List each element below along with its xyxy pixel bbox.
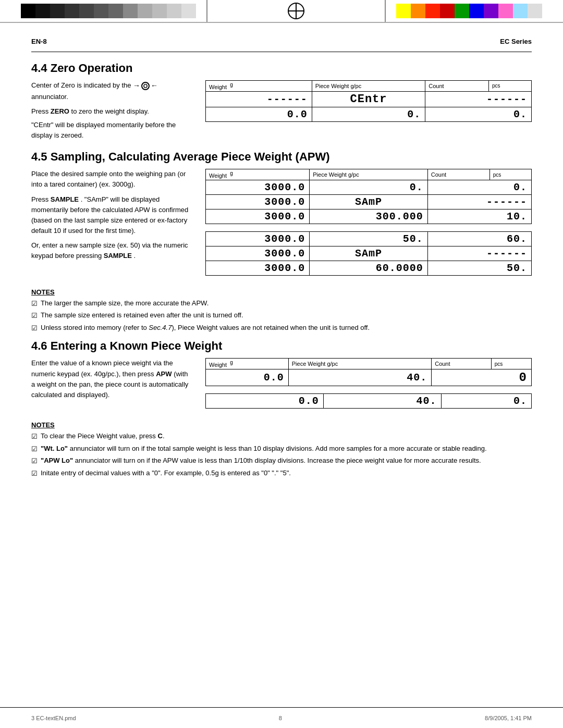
swatch-orange xyxy=(411,4,425,18)
cell-c-45-3: 10. xyxy=(427,209,531,224)
display-table-45: Weight g Piece Weight g/pc Count pcs 300… xyxy=(205,169,532,224)
swatch-1 xyxy=(35,4,50,18)
note-46-3-text: "APW Lo" annunciator will turn on if the… xyxy=(41,455,481,466)
section-45-display: Weight g Piece Weight g/pc Count pcs 300… xyxy=(205,169,532,279)
cell-weight-44-1: ------ xyxy=(206,91,312,107)
footer-center: 8 xyxy=(279,715,282,721)
cell-pw-45-3: 300.000 xyxy=(310,209,428,224)
cell-pw-45-5: SAmP xyxy=(310,246,428,261)
cell-pw-44-1: CEntr xyxy=(312,91,425,107)
zero-bold: ZERO xyxy=(51,107,69,115)
swatch-black xyxy=(21,4,35,18)
th-count-44: Count xyxy=(425,81,489,92)
header-left: EN-8 xyxy=(31,38,47,45)
section-44-text: Center of Zero is indicated by the → O ←… xyxy=(31,80,193,141)
cell-pw-44-2: 0. xyxy=(312,107,425,121)
cell-pw-45-2: SAmP xyxy=(310,194,428,209)
press-zero-text: Press xyxy=(31,107,51,115)
note-46-4-text: Initate entry of decimal values with a "… xyxy=(41,468,291,479)
th-pcs-45: pcs xyxy=(489,169,531,180)
cell-w-45-4: 3000.0 xyxy=(206,231,310,246)
notes-46-list: ☑ To clear the Piece Weight value, press… xyxy=(31,431,532,478)
section-44: 4.4 Zero Operation Center of Zero is ind… xyxy=(31,61,532,141)
notes-45-list: ☑ The larger the sample size, the more a… xyxy=(31,298,532,334)
cell-c-45-4: 60. xyxy=(427,231,531,246)
checkbox-icon-1: ☑ xyxy=(31,299,38,309)
note-45-2-text: The sample size entered is retained even… xyxy=(41,310,243,321)
swatch-8 xyxy=(138,4,152,18)
display-table-46: Weight g Piece Weight g/pc Count pcs 0.0… xyxy=(205,358,532,386)
note-46-2: ☑ "Wt. Lo" annunciator will turn on if t… xyxy=(31,443,532,454)
section-44-title: 4.4 Zero Operation xyxy=(31,61,532,75)
note-45-3: ☑ Unless stored into memory (refer to Se… xyxy=(31,323,532,334)
swatch-yellow xyxy=(396,4,411,18)
section-46-p1: Enter the value of a known piece weight … xyxy=(31,358,193,400)
display-table-46b: 0.0 40. 0. xyxy=(205,393,532,409)
section-46-title: 4.6 Entering a Known Piece Weight xyxy=(31,339,532,353)
swatch-11 xyxy=(181,4,196,18)
swatch-3 xyxy=(65,4,79,18)
section-45: 4.5 Sampling, Calculating Average Piece … xyxy=(31,150,532,333)
display-row-45-1: 3000.0 0. 0. xyxy=(206,180,532,194)
cell-w-46-2: 0.0 xyxy=(206,394,324,409)
th-weight-45: Weight g xyxy=(206,169,310,180)
sample-bold: SAMPLE xyxy=(51,195,79,203)
th-pcs-44: pcs xyxy=(488,81,531,92)
swatch-lightgray xyxy=(528,4,542,18)
note-45-1-text: The larger the sample size, the more acc… xyxy=(41,298,209,309)
arrow-right: ← xyxy=(151,80,158,92)
enter-value-text: Enter the value of a known piece weight … xyxy=(31,359,173,377)
display-row-44-1: ------ CEntr ------ xyxy=(206,91,532,107)
cell-pw-45-4: 50. xyxy=(310,231,428,246)
section-44-body: Center of Zero is indicated by the → O ←… xyxy=(31,80,532,141)
cell-pw-45-6: 60.0000 xyxy=(310,261,428,275)
note-45-1: ☑ The larger the sample size, the more a… xyxy=(31,298,532,309)
checkbox-icon-7: ☑ xyxy=(31,468,38,479)
th-count-46: Count xyxy=(432,359,492,369)
swatch-red xyxy=(425,4,440,18)
swatch-pink xyxy=(498,4,513,18)
header-row: EN-8 EC Series xyxy=(31,33,532,52)
section-44-display: Weight g Piece Weight g/pc Count pcs ---… xyxy=(205,80,532,141)
cell-w-46-1: 0.0 xyxy=(206,369,289,386)
swatch-lightblue xyxy=(513,4,528,18)
footer-right: 8/9/2005, 1:41 PM xyxy=(485,715,532,721)
cell-w-45-6: 3000.0 xyxy=(206,261,310,275)
section-46-body: Enter the value of a known piece weight … xyxy=(31,358,532,412)
display-table-44: Weight g Piece Weight g/pc Count pcs ---… xyxy=(205,80,532,122)
footer: 3 EC-textEN.pmd 8 8/9/2005, 1:41 PM xyxy=(0,707,563,728)
section-45-p2: Press SAMPLE . "SAmP" will be displayed … xyxy=(31,194,193,237)
display-row-44-2: 0.0 0. 0. xyxy=(206,107,532,121)
th-weight-46: Weight g xyxy=(206,359,289,369)
swatch-darkred xyxy=(440,4,455,18)
cell-w-45-1: 3000.0 xyxy=(206,180,310,194)
section-45-body: Place the desired sample onto the weighi… xyxy=(31,169,532,279)
notes-46-heading: NOTES xyxy=(31,421,532,429)
th-pieceweight-44: Piece Weight g/pc xyxy=(312,81,425,92)
apw-bold: APW xyxy=(156,370,172,378)
note-46-3: ☑ "APW Lo" annunciator will turn on if t… xyxy=(31,455,532,466)
cell-c-45-1: 0. xyxy=(427,180,531,194)
cell-c-46-1: 0 xyxy=(432,369,532,386)
checkbox-icon-6: ☑ xyxy=(31,456,38,466)
cell-c-46-2: 0. xyxy=(441,394,531,409)
zero-annunciator: → O ← xyxy=(133,80,158,92)
display-row-45-2: 3000.0 SAmP ------ xyxy=(206,194,532,209)
compass-symbol xyxy=(288,3,304,19)
section-45-title: 4.5 Sampling, Calculating Average Piece … xyxy=(31,150,532,164)
cell-c-45-5: ------ xyxy=(427,246,531,261)
swatch-10 xyxy=(167,4,181,18)
display-table-45b: 3000.0 50. 60. 3000.0 SAmP ------ 3000.0… xyxy=(205,231,532,276)
swatch-blue xyxy=(469,4,484,18)
th-pcs-46: pcs xyxy=(491,359,531,369)
cell-c-45-2: ------ xyxy=(427,194,531,209)
footer-left: 3 EC-textEN.pmd xyxy=(31,715,76,721)
cell-c-45-6: 50. xyxy=(427,261,531,275)
page-content: EN-8 EC Series 4.4 Zero Operation Center… xyxy=(0,23,563,501)
centr-text: "CEntr" will be displayed momentarily be… xyxy=(31,120,193,141)
cell-weight-44-2: 0.0 xyxy=(206,107,312,121)
cell-pw-46-2: 40. xyxy=(323,394,441,409)
swatch-purple xyxy=(484,4,498,18)
note-46-1-text: To clear the Piece Weight value, press C… xyxy=(41,431,165,442)
cell-w-45-5: 3000.0 xyxy=(206,246,310,261)
